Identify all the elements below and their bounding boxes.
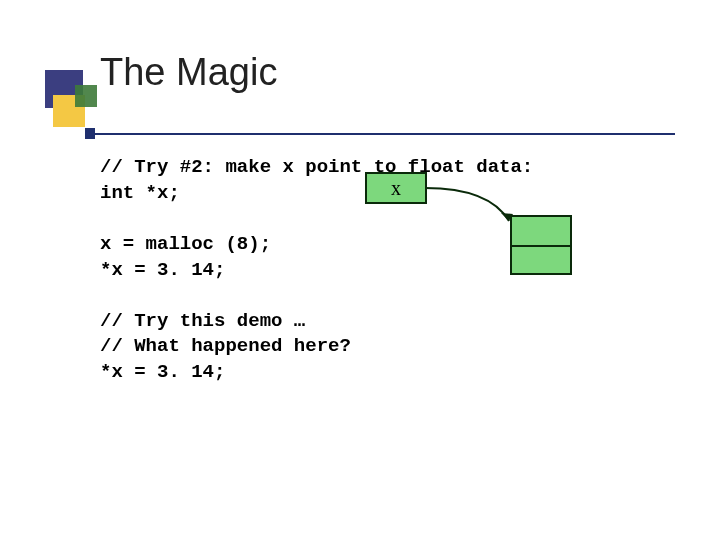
slide: The Magic // Try #2: make x point to flo… (0, 0, 720, 540)
decor-block-green (75, 85, 97, 107)
code-line-5: *x = 3. 14; (100, 259, 225, 281)
heap-allocation-box (510, 215, 572, 275)
variable-x-label: x (391, 177, 401, 199)
rule-line (95, 133, 675, 135)
variable-x-box: x (365, 172, 427, 204)
code-line-8: // What happened here? (100, 335, 351, 357)
slide-title: The Magic (100, 51, 277, 94)
code-line-1: // Try #2: make x point to float data: (100, 156, 533, 178)
code-line-2: int *x; (100, 182, 180, 204)
heap-box-divider (512, 245, 570, 247)
code-line-9: *x = 3. 14; (100, 361, 225, 383)
rule-tick (85, 128, 95, 139)
code-line-7: // Try this demo … (100, 310, 305, 332)
code-line-4: x = malloc (8); (100, 233, 271, 255)
code-block: // Try #2: make x point to float data: i… (100, 155, 533, 386)
